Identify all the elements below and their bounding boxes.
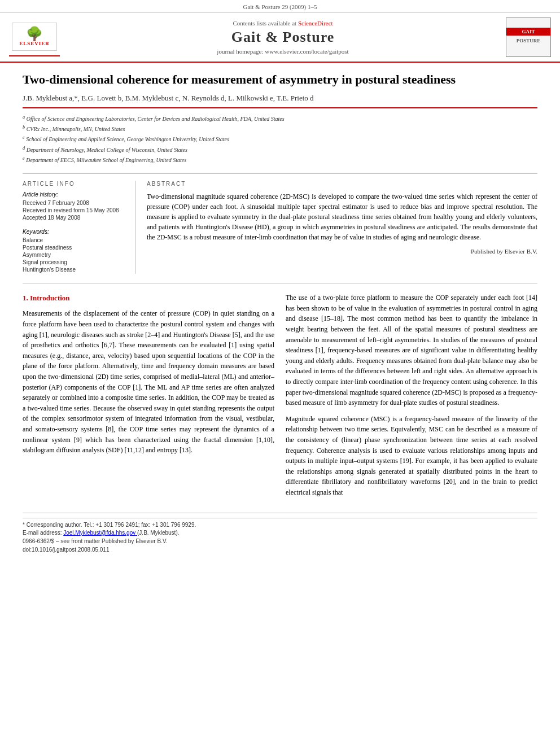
- footnotes-section: * Corresponding author. Tel.: +1 301 796…: [23, 513, 537, 553]
- keywords-section: Keywords: Balance Postural steadiness As…: [23, 229, 126, 273]
- body-two-col: 1. Introduction Measurements of the disp…: [23, 292, 537, 503]
- sciencedirect-banner: Contents lists available at ScienceDirec…: [60, 20, 506, 27]
- elsevier-logo: 🌳 ELSEVIER: [9, 18, 60, 56]
- footnote-email-link[interactable]: Joel.Myklebust@fda.hhs.gov: [63, 530, 137, 536]
- affil-a: a Office of Science and Engineering Labo…: [23, 114, 537, 123]
- affil-b-sup: b: [23, 125, 25, 130]
- affiliations-block: a Office of Science and Engineering Labo…: [23, 114, 537, 165]
- affil-e-text: Department of EECS, Milwaukee School of …: [26, 157, 186, 163]
- issn-line: 0966-6362/$ – see front matter Published…: [23, 538, 537, 544]
- keyword-hd: Huntington's Disease: [23, 267, 126, 273]
- title-separator: [23, 107, 537, 108]
- abstract-text: Two-dimensional magnitude squared cohere…: [147, 191, 537, 242]
- article-history: Article history: Received 7 February 200…: [23, 191, 126, 221]
- gait-posture-logo: GAIT POSTURE: [506, 18, 551, 57]
- affil-a-sup: a: [23, 115, 25, 120]
- history-heading: Article history:: [23, 191, 126, 198]
- keyword-asymmetry: Asymmetry: [23, 252, 126, 258]
- article-info-title: ARTICLE INFO: [23, 181, 126, 187]
- elsevier-label: ELSEVIER: [19, 41, 50, 46]
- journal-center: Contents lists available at ScienceDirec…: [60, 20, 506, 55]
- affil-b-text: CVRx Inc., Minneapolis, MN, United State…: [27, 126, 125, 132]
- authors-text: J.B. Myklebust a,*, E.G. Lovett b, B.M. …: [23, 94, 314, 102]
- doi-line: doi:10.1016/j.gaitpost.2008.05.011: [23, 547, 537, 553]
- footnote-name: (J.B. Myklebust).: [137, 530, 179, 536]
- keyword-postural: Postural steadiness: [23, 244, 126, 251]
- body-right: The use of a two-plate force platform to…: [286, 292, 537, 503]
- footnote-email: E-mail address: Joel.Myklebust@fda.hhs.g…: [23, 530, 537, 536]
- citation-bar: Gait & Posture 29 (2009) 1–5: [0, 0, 560, 13]
- intro-heading: 1. Introduction: [23, 292, 274, 304]
- logo-posture: POSTURE: [517, 38, 541, 45]
- published-by: Published by Elsevier B.V.: [147, 247, 537, 256]
- journal-homepage: journal homepage: www.elsevier.com/locat…: [60, 48, 506, 55]
- affil-d: d Department of Neurology, Medical Colle…: [23, 145, 537, 154]
- footnote-divider: [23, 518, 537, 518]
- journal-url[interactable]: www.elsevier.com/locate/gaitpost: [265, 48, 348, 55]
- sciencedirect-link[interactable]: ScienceDirect: [298, 20, 333, 27]
- accepted-date: Accepted 18 May 2008: [23, 215, 126, 221]
- right-para-1: The use of a two-plate force platform to…: [286, 292, 537, 408]
- affil-d-text: Department of Neurology, Medical College…: [27, 147, 187, 153]
- logo-top-label: GAIT: [506, 28, 550, 36]
- keyword-balance: Balance: [23, 237, 126, 243]
- affil-c-text: School of Engineering and Applied Scienc…: [26, 137, 229, 143]
- abstract-body: Two-dimensional magnitude squared cohere…: [147, 191, 537, 256]
- footnote-email-label: E-mail address:: [23, 530, 62, 536]
- affil-a-text: Office of Science and Engineering Labora…: [27, 116, 285, 122]
- body-divider: [23, 283, 537, 283]
- keyword-signal: Signal processing: [23, 259, 126, 265]
- footnote-corresponding: * Corresponding author. Tel.: +1 301 796…: [23, 522, 537, 528]
- article-title: Two-dimensional coherence for measuremen…: [23, 72, 537, 88]
- elsevier-logo-image: 🌳 ELSEVIER: [12, 23, 57, 51]
- logo-body: POSTURE: [514, 36, 543, 47]
- intro-para-1: Measurements of the displacement of the …: [23, 308, 274, 455]
- journal-header: 🌳 ELSEVIER Contents lists available at S…: [0, 13, 560, 63]
- affil-c-sup: c: [23, 135, 25, 140]
- affil-b: b CVRx Inc., Minneapolis, MN, United Sta…: [23, 124, 537, 133]
- affil-d-sup: d: [23, 146, 25, 151]
- abstract-col: ABSTRACT Two-dimensional magnitude squar…: [147, 181, 537, 274]
- journal-title: Gait & Posture: [60, 29, 506, 46]
- keywords-heading: Keywords:: [23, 229, 126, 235]
- footnote-corresponding-text: * Corresponding author. Tel.: +1 301 796…: [23, 522, 196, 528]
- abstract-title: ABSTRACT: [147, 181, 537, 187]
- citation-text: Gait & Posture 29 (2009) 1–5: [243, 3, 317, 10]
- elsevier-tree-icon: 🌳: [26, 27, 43, 41]
- body-left: 1. Introduction Measurements of the disp…: [23, 292, 274, 503]
- affil-e-sup: e: [23, 156, 25, 161]
- sciencedirect-prefix: Contents lists available at: [233, 20, 296, 27]
- authors-line: J.B. Myklebust a,*, E.G. Lovett b, B.M. …: [23, 94, 537, 103]
- article-info-abstract-layout: ARTICLE INFO Article history: Received 7…: [23, 173, 537, 274]
- affil-c: c School of Engineering and Applied Scie…: [23, 134, 537, 143]
- main-content: Two-dimensional coherence for measuremen…: [0, 63, 560, 562]
- right-para-2: Magnitude squared coherence (MSC) is a f…: [286, 414, 537, 498]
- received-date: Received 7 February 2008: [23, 200, 126, 206]
- affil-e: e Department of EECS, Milwaukee School o…: [23, 155, 537, 164]
- article-info-col: ARTICLE INFO Article history: Received 7…: [23, 181, 135, 274]
- revised-date: Received in revised form 15 May 2008: [23, 207, 126, 213]
